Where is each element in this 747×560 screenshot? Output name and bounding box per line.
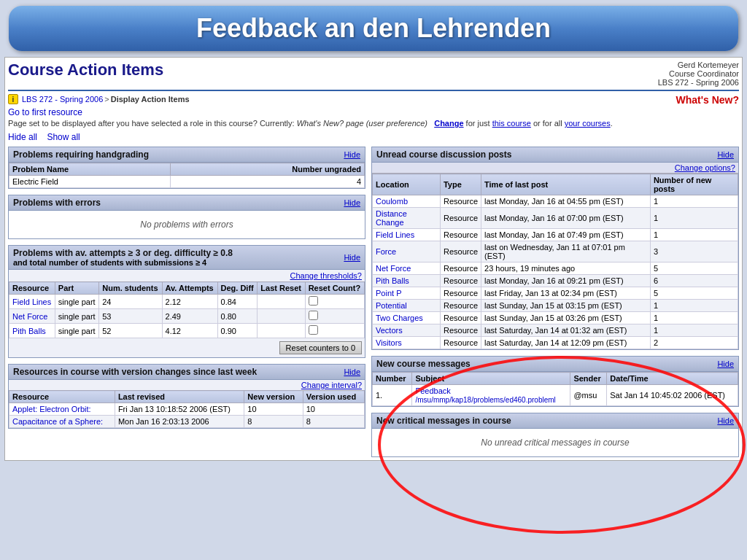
reset-btn-row: Reset counters to 0 [9,338,365,357]
location: Point P [373,287,441,300]
page-name: What's New? page (user preference) [297,119,427,128]
type: Resource [440,195,481,208]
new-posts-count: 1 [650,195,738,208]
reset-counters-button[interactable]: Reset counters to 0 [279,341,362,354]
errors-hide[interactable]: Hide [344,198,360,207]
av-attempts: 4.12 [162,324,217,338]
critical-section: New critical messages in course Hide No … [371,413,739,457]
handgrading-hide[interactable]: Hide [344,150,360,159]
reset-checkbox[interactable] [305,295,364,309]
table-row: Point P Resource last Friday, Jan 13 at … [373,287,738,300]
your-courses-link[interactable]: your courses [565,119,611,128]
this-course-link[interactable]: this course [492,119,531,128]
version-col-last: Last revised [115,391,244,403]
attempts-col-av: Av. Attempts [162,282,217,295]
disc-col-type: Type [440,174,481,195]
lbs-link[interactable]: LBS 272 - Spring 2006 [22,95,103,104]
messages-hide[interactable]: Hide [717,359,734,368]
messages-section: New course messages Hide Number Subject … [371,356,739,407]
reset-checkbox[interactable] [305,309,364,324]
location: Net Force [373,262,441,275]
discussion-table: Location Type Time of last post Number o… [372,174,738,349]
table-row: Force Resource last on Wednesday, Jan 11… [373,241,738,262]
discussion-section: Unread course discussion posts Hide Chan… [371,147,739,350]
location: Force [373,241,441,262]
handgrading-header: Problems requiring handgrading Hide [9,147,365,163]
attempts-col-resource: Resource [9,282,55,295]
new-posts-count: 1 [650,300,738,312]
course-action-title: Course Action Items [8,61,163,79]
table-row: Capacitance of a Sphere: Mon Jan 16 2:03… [9,416,365,428]
change-options[interactable]: Change options? [372,163,738,174]
table-row: Potential Resource last Sunday, Jan 15 a… [373,300,738,312]
attempts-col-deg: Deg. Diff [217,282,258,295]
whats-new[interactable]: What's New? [676,94,739,106]
hide-all-link[interactable]: Hide all [8,132,37,142]
critical-hide[interactable]: Hide [717,416,734,425]
last-revised: Fri Jan 13 10:18:52 2006 (EST) [115,403,244,416]
num-students: 53 [99,309,162,324]
left-column: Problems requiring handgrading Hide Prob… [8,147,365,457]
attempts-table: Resource Part Num. students Av. Attempts… [9,281,365,338]
handgrading-table: Problem Name Number ungraded Electric Fi… [9,163,365,188]
attempts-col-num: Num. students [99,282,162,295]
version-col-resource: Resource [9,391,115,403]
last-reset [258,295,305,309]
msg-col-num: Number [373,373,412,385]
time-of-last-post: last Sunday, Jan 15 at 03:26 pm (EST) [481,312,651,324]
msg-number: 1. [373,385,412,406]
msg-date: Sat Jan 14 10:45:02 2006 (EST) [607,385,738,406]
table-row: Two Charges Resource last Sunday, Jan 15… [373,312,738,324]
version-col-new: New version [244,391,303,403]
attempts-section: Problems with av. attempts ≥ 3 or deg. d… [8,245,365,358]
handgrading-col1: Problem Name [9,163,171,176]
table-row: Pith Balls single part 52 4.12 0.90 [9,324,365,338]
type: Resource [440,262,481,275]
av-attempts: 2.49 [162,309,217,324]
show-all-link[interactable]: Show all [47,132,80,142]
table-row: Net Force single part 53 2.49 0.80 [9,309,365,324]
no-problems-text: No problems with errors [9,211,365,238]
change-thresholds[interactable]: Change thresholds? [9,270,365,281]
deg-diff: 0.90 [217,324,258,338]
header-row: Course Action Items Gerd Kortemeyer Cour… [8,61,739,91]
version-hide[interactable]: Hide [344,368,360,376]
goto-first-resource-link[interactable]: Go to first resource [8,107,82,117]
messages-table: Number Subject Sender Date/Time 1. Feedb… [372,372,738,406]
ungraded-count: 4 [170,176,364,188]
attempts-hide[interactable]: Hide [344,253,360,262]
version-used: 8 [303,416,364,428]
no-critical-text: No unread critical messages in course [372,429,738,456]
version-title: Resources in course with version changes… [13,367,257,377]
user-role: Course Coordinator [658,69,739,78]
title-banner: Feedback an den Lehrenden [9,6,738,51]
messages-header: New course messages Hide [372,357,738,372]
table-row: Visitors Resource last Saturday, Jan 14 … [373,337,738,349]
info-icon: i [8,94,18,104]
discussion-hide[interactable]: Hide [717,150,734,159]
time-of-last-post: last Monday, Jan 16 at 09:21 pm (EST) [481,275,651,287]
part-name: single part [55,324,98,338]
critical-title: New critical messages in course [376,416,511,426]
version-col-used: Version used [303,391,364,403]
new-posts-count: 1 [650,312,738,324]
table-row: Electric Field4 [9,176,365,188]
msg-sender: @msu [570,385,607,406]
hide-show-row: Hide all Show all [8,132,739,142]
change-interval[interactable]: Change interval? [9,380,365,390]
new-posts-count: 1 [650,229,738,241]
type: Resource [440,300,481,312]
attempts-title: Problems with av. attempts ≥ 3 or deg. d… [13,248,233,258]
change-link[interactable]: Change [434,119,463,128]
two-col-layout: Problems requiring handgrading Hide Prob… [8,147,739,457]
reset-checkbox[interactable] [305,324,364,338]
messages-title: New course messages [376,359,471,369]
deg-diff: 0.84 [217,295,258,309]
part-name: single part [55,295,98,309]
disc-col-time: Time of last post [481,174,651,195]
table-row: Net Force Resource 23 hours, 19 minutes … [373,262,738,275]
handgrading-col2: Number ungraded [170,163,364,176]
right-column: Unread course discussion posts Hide Chan… [371,147,739,457]
new-posts-count: 2 [650,337,738,349]
last-revised: Mon Jan 16 2:03:13 2006 [115,416,244,428]
